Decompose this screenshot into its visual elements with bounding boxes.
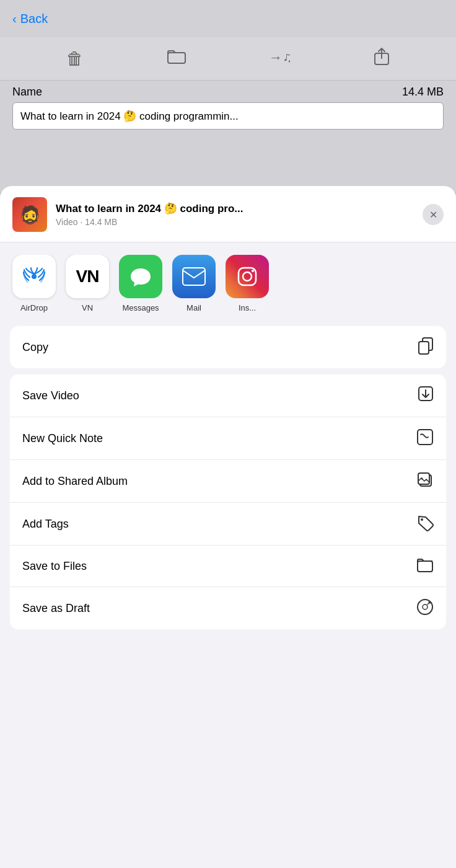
actions-section: Copy Save Video bbox=[0, 319, 456, 868]
add-tags-action[interactable]: Add Tags bbox=[10, 503, 446, 546]
share-thumbnail: 🧔 bbox=[12, 197, 47, 232]
save-as-draft-icon bbox=[416, 598, 434, 618]
svg-point-7 bbox=[252, 270, 254, 272]
share-sheet: 🧔 What to learn in 2024 🤔 coding pro... … bbox=[0, 186, 456, 868]
add-tags-icon bbox=[416, 514, 434, 534]
app-messages[interactable]: Messages bbox=[119, 255, 162, 312]
instagram-icon-container bbox=[226, 255, 269, 298]
svg-rect-0 bbox=[168, 53, 185, 63]
name-row: Name 14.4 MB bbox=[0, 81, 456, 104]
messages-icon-container bbox=[119, 255, 162, 298]
name-label: Name bbox=[12, 86, 42, 99]
top-bar: ‹ Back bbox=[0, 0, 456, 37]
apps-scroll: AirDrop VN VN Messages bbox=[0, 255, 456, 312]
save-video-label: Save Video bbox=[22, 389, 79, 402]
messages-label: Messages bbox=[122, 303, 159, 312]
app-vn[interactable]: VN VN bbox=[66, 255, 109, 312]
mail-label: Mail bbox=[186, 303, 201, 312]
main-actions-group: Save Video New Quick Note bbox=[10, 374, 446, 629]
app-airdrop[interactable]: AirDrop bbox=[12, 255, 56, 312]
close-button[interactable]: ✕ bbox=[423, 204, 444, 225]
save-to-files-label: Save to Files bbox=[22, 560, 87, 573]
airdrop-label: AirDrop bbox=[20, 303, 48, 312]
vn-icon-container: VN bbox=[66, 255, 109, 298]
new-quick-note-label: New Quick Note bbox=[22, 432, 103, 445]
thumbnail-emoji: 🧔 bbox=[19, 205, 41, 225]
copy-icon bbox=[418, 337, 434, 357]
folder-icon[interactable] bbox=[167, 48, 186, 69]
instagram-label: Ins... bbox=[239, 303, 256, 312]
vn-text: VN bbox=[76, 267, 99, 286]
save-as-draft-label: Save as Draft bbox=[22, 602, 90, 615]
filename-input[interactable]: What to learn in 2024 🤔 coding programmi… bbox=[12, 102, 444, 130]
add-shared-album-action[interactable]: Add to Shared Album bbox=[10, 460, 446, 503]
copy-group: Copy bbox=[10, 326, 446, 368]
apps-section: AirDrop VN VN Messages bbox=[0, 242, 456, 319]
svg-text:→♫: →♫ bbox=[269, 50, 290, 64]
save-video-action[interactable]: Save Video bbox=[10, 374, 446, 417]
mail-icon-container bbox=[172, 255, 216, 298]
add-to-music-icon[interactable]: →♫ bbox=[269, 48, 290, 69]
share-subtitle: Video · 14.4 MB bbox=[56, 217, 423, 227]
copy-action[interactable]: Copy bbox=[10, 326, 446, 368]
back-label: Back bbox=[20, 12, 48, 26]
svg-point-15 bbox=[421, 518, 423, 521]
size-label: 14.4 MB bbox=[402, 86, 444, 99]
svg-rect-13 bbox=[418, 473, 429, 484]
add-shared-album-icon bbox=[416, 471, 434, 491]
filename-text: What to learn in 2024 🤔 coding programmi… bbox=[20, 110, 239, 123]
save-to-files-icon bbox=[416, 557, 434, 575]
back-button[interactable]: ‹ Back bbox=[12, 12, 48, 26]
trash-icon[interactable]: 🗑 bbox=[66, 48, 84, 69]
chevron-left-icon: ‹ bbox=[12, 12, 17, 26]
close-icon: ✕ bbox=[429, 209, 437, 221]
share-info: What to learn in 2024 🤔 coding pro... Vi… bbox=[56, 202, 423, 227]
new-quick-note-action[interactable]: New Quick Note bbox=[10, 417, 446, 460]
save-to-files-action[interactable]: Save to Files bbox=[10, 546, 446, 587]
svg-point-6 bbox=[243, 272, 252, 281]
airdrop-icon-container bbox=[12, 255, 56, 298]
add-shared-album-label: Add to Shared Album bbox=[22, 475, 128, 488]
toolbar: 🗑 →♫ bbox=[0, 37, 456, 81]
save-as-draft-action[interactable]: Save as Draft bbox=[10, 587, 446, 629]
save-video-icon bbox=[418, 386, 434, 405]
share-icon[interactable] bbox=[374, 47, 390, 70]
app-instagram[interactable]: Ins... bbox=[226, 255, 269, 312]
share-title: What to learn in 2024 🤔 coding pro... bbox=[56, 202, 423, 216]
vn-label: VN bbox=[82, 303, 93, 312]
new-quick-note-icon bbox=[416, 428, 434, 448]
share-header: 🧔 What to learn in 2024 🤔 coding pro... … bbox=[0, 186, 456, 242]
add-tags-label: Add Tags bbox=[22, 518, 69, 531]
copy-label: Copy bbox=[22, 341, 48, 354]
app-mail[interactable]: Mail bbox=[172, 255, 216, 312]
svg-rect-16 bbox=[418, 561, 432, 572]
svg-point-3 bbox=[32, 274, 37, 279]
svg-rect-9 bbox=[419, 342, 429, 354]
svg-rect-4 bbox=[183, 268, 205, 285]
